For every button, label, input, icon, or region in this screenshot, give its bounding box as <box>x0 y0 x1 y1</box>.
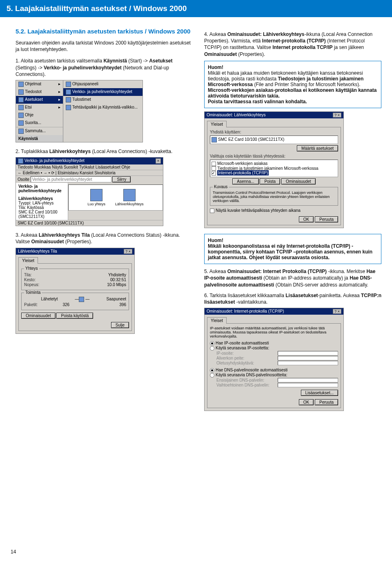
shutdown-icon <box>18 129 24 134</box>
folder-icon <box>18 158 23 164</box>
address-field[interactable]: Verkko- ja puhelinverkkoyhteydet <box>31 176 111 182</box>
detail-line: SMC EZ Card 10/100 (SMC1211TX) <box>18 210 65 219</box>
search-icon <box>18 105 24 110</box>
close-icon[interactable]: ? × <box>333 309 341 314</box>
properties-button[interactable]: Ominaisuudet <box>21 313 56 319</box>
tcpip-properties-screenshot: Ominaisuudet: Internet-protokolla (TCP/I… <box>204 308 344 411</box>
status-bar: SMC EZ Card 10/100 (SMC1211TX) <box>16 220 163 226</box>
settings-icon <box>18 97 24 102</box>
close-icon[interactable]: ? × <box>124 249 132 254</box>
tab-general[interactable]: Yleiset <box>207 121 227 127</box>
detail-header: Lähiverkkoyhteys <box>18 196 53 201</box>
lan-connection-icon[interactable]: Lähiverkkoyhteys <box>115 189 144 206</box>
disable-button[interactable]: Poista käytöstä <box>56 313 93 319</box>
menu-bar[interactable]: Tiedosto Muokkaa Näytä Suosikit Työkalut… <box>16 164 163 170</box>
help-icon <box>18 113 24 118</box>
documents-icon <box>18 89 24 95</box>
install-button[interactable]: Asenna... <box>232 178 258 184</box>
radio[interactable] <box>210 368 214 373</box>
printers-icon <box>66 97 71 102</box>
step-3: 3. Aukeaa Lähiverkkoyhteys Tila (Local A… <box>16 232 193 245</box>
control-panel-icon <box>66 82 71 87</box>
detail-line: Tyyppi: LAN-yhteys <box>18 201 65 205</box>
note-2: Huom!Mikäli kokoonpanolistassa ei näy In… <box>204 234 381 264</box>
page-header: 5. Laajakaistaliittymän asetukset / Wind… <box>0 0 392 17</box>
go-button[interactable]: Siirry <box>112 176 131 182</box>
close-icon[interactable]: ? × <box>333 113 341 118</box>
new-connection-icon[interactable]: Luo yhteys <box>87 189 105 206</box>
page-number: 14 <box>11 549 16 555</box>
radio[interactable] <box>210 373 214 378</box>
status-window-screenshot: Lähiverkkoyhteys Tila? × Yleiset Yhteys … <box>16 248 135 334</box>
configure-button[interactable]: Määritä asetukset <box>297 145 338 151</box>
nic-icon <box>212 137 217 142</box>
step-5: 5. Aukeaa Ominaisuudet: Internet Protoko… <box>204 268 381 288</box>
dns1-field <box>278 378 338 382</box>
radio[interactable] <box>210 341 214 346</box>
ok-button[interactable]: OK <box>299 216 314 222</box>
network-icon <box>66 89 71 95</box>
step-6: 6. Tarkista lisäasetukset klikkaamalla L… <box>204 292 381 305</box>
gateway-field <box>278 361 338 365</box>
detail-line: Tila: Käytössä <box>18 205 65 210</box>
taskbar-icon <box>66 105 71 110</box>
properties-button[interactable]: Ominaisuudet <box>281 178 316 184</box>
checkbox[interactable] <box>212 171 216 175</box>
close-icon[interactable]: × <box>156 158 161 164</box>
tab-general[interactable]: Yleiset <box>18 257 38 264</box>
start-button[interactable]: Käynnistä <box>16 135 63 142</box>
checkbox[interactable] <box>212 166 216 171</box>
ip-field <box>278 351 338 355</box>
advanced-button[interactable]: Lisäasetukset... <box>301 390 338 396</box>
dns2-field <box>278 383 338 387</box>
tab-general[interactable]: Yleiset <box>207 317 227 324</box>
start-menu-screenshot: Ohjelmat Tiedostot Asetukset Etsi Ohje S… <box>16 80 143 142</box>
explorer-screenshot: Verkko- ja puhelinverkkoyhteydet× Tiedos… <box>16 157 163 226</box>
intro-text: Seuraavien ohjeiden avulla tarkistat Win… <box>16 40 193 53</box>
section-title: 5.2. Laajakaistaliittymän asetusten tark… <box>16 28 193 35</box>
step-2: 2. Tuplaklikkaa Lähiverkkoyhteys (Local … <box>16 148 193 155</box>
run-icon <box>18 120 24 126</box>
ok-button[interactable]: OK <box>299 399 314 405</box>
step-1: 1. Aloita asetusten tarkistus valitsemal… <box>16 58 193 78</box>
checkbox[interactable] <box>210 209 214 213</box>
cancel-button[interactable]: Peruuta <box>315 399 338 405</box>
close-button[interactable]: Sulje <box>111 322 129 328</box>
radio[interactable] <box>210 346 214 351</box>
activity-icon <box>79 297 84 302</box>
cancel-button[interactable]: Peruuta <box>315 216 338 222</box>
note-1: Huom! Mikäli et halua jakaa muiden tieto… <box>204 61 381 108</box>
folder-pane-title: Verkko- ja puhelinverkkoyhteyde <box>18 184 62 193</box>
mask-field <box>278 356 338 360</box>
remove-button[interactable]: Poista <box>260 178 280 184</box>
programs-icon <box>18 82 24 87</box>
checkbox[interactable] <box>212 162 216 166</box>
toolbar[interactable]: ← Edellinen • → • ⟳ | Etsimistavu Kansio… <box>16 170 163 175</box>
lan-properties-screenshot: Ominaisuudet: Lähiverkkoyhteys? × Yleise… <box>204 111 344 228</box>
step-4: 4. Aukeaa Ominaisuudet: Lähiverkkoyhteys… <box>204 31 381 58</box>
